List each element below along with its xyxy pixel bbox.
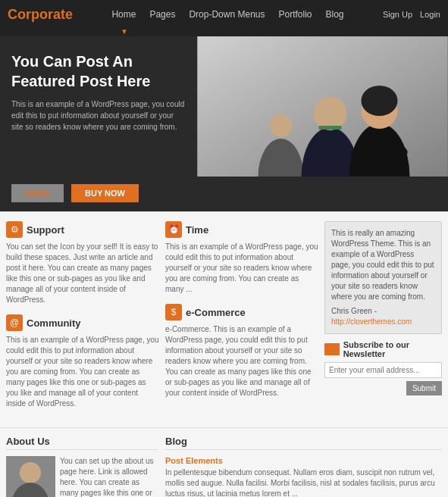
blog-post-1-text: In pellentesque bibendum consequat. Null… (165, 467, 442, 497)
newsletter-title: Subscribe to our Newsletter (343, 340, 442, 358)
support-icon: ⚙ (6, 221, 23, 238)
nav-blog[interactable]: Blog (326, 9, 344, 20)
time-title: Time (186, 224, 208, 236)
ecommerce-icon: $ (165, 304, 182, 320)
svg-point-13 (20, 462, 41, 483)
header: Corporate Home Pages Drop-Down Menus Por… (0, 0, 448, 29)
nav-portfolio[interactable]: Portfolio (278, 9, 312, 20)
email-icon (324, 343, 340, 355)
blog-post-1-title[interactable]: Post Elements (165, 456, 442, 465)
about-inner: You can set up the about us page here. L… (6, 456, 158, 497)
hero-image (197, 36, 448, 178)
features-section: ⚙ Support You can set the Icon by your s… (0, 211, 448, 427)
nav-home[interactable]: Home (111, 9, 136, 20)
hero-image-svg (197, 36, 448, 177)
newsletter-submit-button[interactable]: Submit (406, 381, 442, 395)
feature-col-mid: ⏰ Time This is an example of a WordPress… (165, 221, 318, 418)
time-icon: ⏰ (165, 221, 182, 238)
support-title: Support (27, 224, 64, 236)
svg-point-9 (362, 86, 398, 116)
nav-dropdown[interactable]: Drop-Down Menus (189, 9, 265, 20)
feature-time-header: ⏰ Time (165, 221, 318, 238)
newsletter-box: Subscribe to our Newsletter Submit (324, 340, 442, 395)
signup-link[interactable]: Sign Up (383, 10, 412, 19)
feature-support-header: ⚙ Support (6, 221, 159, 238)
nav-indicator (0, 29, 448, 36)
about-title: About Us (6, 436, 158, 450)
feature-ecommerce: $ e-Commerce e-Commerce. This is an exam… (165, 304, 318, 399)
about-section: About Us You can set up the about us pag… (6, 436, 158, 497)
testimonial-link[interactable]: http://cloverthemes.com (331, 317, 412, 326)
hero-title: You Can Post An Featured Post Here (11, 52, 186, 91)
demo-button[interactable]: DEMO (11, 184, 64, 202)
right-col: This is really an amazing WordPress Them… (324, 221, 442, 418)
hero-buttons: DEMO BUY NOW (0, 178, 448, 211)
about-image-svg (6, 456, 55, 497)
community-icon: @ (6, 314, 23, 331)
hero-section: You Can Post An Featured Post Here This … (0, 36, 448, 178)
svg-rect-6 (319, 126, 342, 130)
auth-links: Sign Up Login (383, 10, 440, 19)
newsletter-form: Submit (324, 362, 442, 395)
buy-now-button[interactable]: BUY NOW (71, 184, 139, 202)
newsletter-header: Subscribe to our Newsletter (324, 340, 442, 358)
about-text: You can set up the about us page here. L… (60, 456, 158, 497)
hero-description: This is an example of a WordPress page, … (11, 98, 186, 133)
email-input[interactable] (324, 362, 442, 378)
blog-title: Blog (165, 436, 442, 450)
svg-point-5 (314, 97, 347, 130)
about-image (6, 456, 55, 497)
community-title: Community (27, 317, 81, 329)
feature-community: @ Community This is an example of a Word… (6, 314, 159, 409)
bottom-section: About Us You can set up the about us pag… (0, 427, 448, 497)
blog-post-1: Post Elements In pellentesque bibendum c… (165, 456, 442, 497)
feature-ecommerce-header: $ e-Commerce (165, 304, 318, 320)
community-text: This is an example of a WordPress page, … (6, 335, 159, 409)
blog-section: Blog Post Elements In pellentesque biben… (165, 436, 442, 497)
logo: Corporate (8, 7, 73, 23)
nav-pages[interactable]: Pages (149, 9, 175, 20)
testimonial-box: This is really an amazing WordPress Them… (324, 221, 442, 334)
ecommerce-text: e-Commerce. This is an example of a Word… (165, 324, 318, 399)
feature-col-left: ⚙ Support You can set the Icon by your s… (6, 221, 159, 418)
feature-time: ⏰ Time This is an example of a WordPress… (165, 221, 318, 295)
feature-community-header: @ Community (6, 314, 159, 331)
svg-point-3 (270, 114, 293, 137)
testimonial-author: Chris Green - http://cloverthemes.com (331, 306, 435, 327)
feature-support: ⚙ Support You can set the Icon by your s… (6, 221, 159, 305)
login-link[interactable]: Login (420, 10, 440, 19)
time-text: This is an example of a WordPress page, … (165, 242, 318, 295)
ecommerce-title: e-Commerce (186, 307, 246, 318)
hero-text: You Can Post An Featured Post Here This … (0, 36, 197, 178)
main-nav: Home Pages Drop-Down Menus Portfolio Blo… (111, 9, 343, 20)
testimonial-text: This is really an amazing WordPress Them… (331, 228, 435, 302)
support-text: You can set the Icon by your self! It is… (6, 242, 159, 305)
